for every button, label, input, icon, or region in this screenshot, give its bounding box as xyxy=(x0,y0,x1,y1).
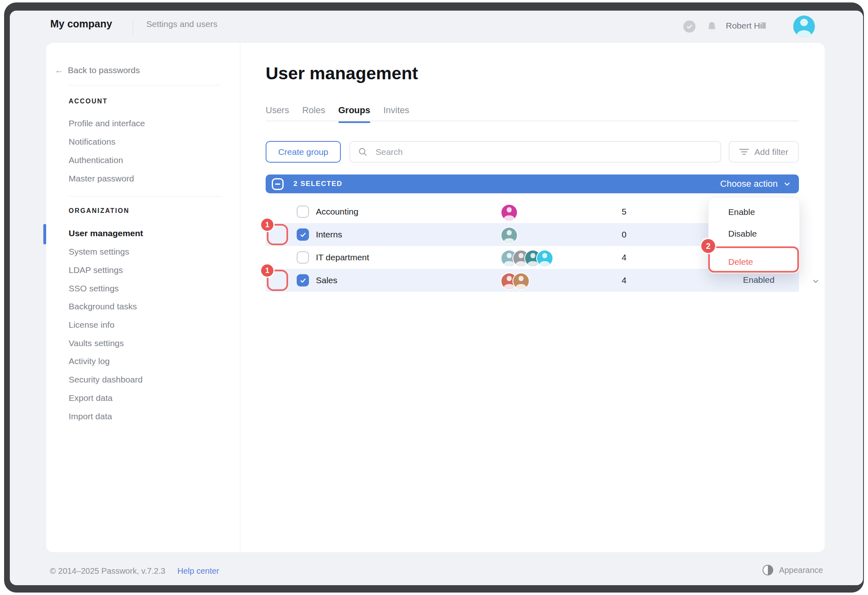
sidebar-item-notifications[interactable]: Notifications xyxy=(69,137,115,147)
action-menu: Enable Disable Delete xyxy=(708,197,800,273)
main-content: User management Users Roles Groups Invit… xyxy=(240,43,825,552)
sidebar-item-import-data[interactable]: Import data xyxy=(69,412,112,421)
group-name: Sales xyxy=(316,275,338,285)
annotation-badge-1: 1 xyxy=(261,219,273,231)
bell-icon[interactable] xyxy=(706,20,718,33)
tab-users[interactable]: Users xyxy=(266,105,289,122)
row-checkbox-checked[interactable] xyxy=(297,274,309,286)
checkmark-icon xyxy=(300,277,306,284)
sidebar-item-user-management[interactable]: User management xyxy=(69,228,143,238)
sidebar-item-master-password[interactable]: Master password xyxy=(69,174,134,183)
appearance-toggle[interactable]: Appearance xyxy=(763,565,823,575)
tab-invites[interactable]: Invites xyxy=(383,105,409,122)
menu-item-delete[interactable]: Delete xyxy=(728,257,753,267)
sidebar-item-profile-and-interface[interactable]: Profile and interface xyxy=(69,119,145,128)
appearance-label: Appearance xyxy=(779,566,823,575)
back-label: Back to passwords xyxy=(68,65,140,75)
member-count: 0 xyxy=(616,230,632,239)
search-input[interactable] xyxy=(349,141,721,163)
sidebar-item-export-data[interactable]: Export data xyxy=(69,393,112,403)
group-name: Accounting xyxy=(316,207,358,217)
annotation-badge-2: 2 xyxy=(701,239,715,253)
select-all-checkbox-indeterminate[interactable] xyxy=(272,178,284,190)
topbar-divider xyxy=(133,19,133,34)
add-filter-label: Add filter xyxy=(754,147,788,157)
sidebar-section-organization: ORGANIZATION xyxy=(69,207,130,215)
help-center-link[interactable]: Help center xyxy=(177,566,219,576)
active-item-indicator xyxy=(43,224,46,244)
chevron-down-icon xyxy=(812,277,819,285)
status-dropdown[interactable]: Enabled xyxy=(743,275,774,285)
member-avatar xyxy=(501,204,518,221)
copyright: © 2014–2025 Passwork, v.7.2.3 xyxy=(50,566,165,576)
app-window: My company Settings and users Robert Hil… xyxy=(10,11,863,585)
tabs-underline xyxy=(266,121,799,121)
choose-action-label: Choose action xyxy=(720,179,778,189)
sidebar-item-authentication[interactable]: Authentication xyxy=(69,155,123,165)
topbar-context: Settings and users xyxy=(146,19,217,29)
selected-count: 2 SELECTED xyxy=(293,180,342,188)
menu-item-enable[interactable]: Enable xyxy=(728,207,755,217)
member-count: 5 xyxy=(616,207,632,217)
sidebar-item-ldap-settings[interactable]: LDAP settings xyxy=(69,265,123,275)
arrow-left-icon: ← xyxy=(54,65,64,75)
member-avatar xyxy=(512,273,530,290)
sidebar-item-sso-settings[interactable]: SSO settings xyxy=(69,284,119,293)
sidebar-divider xyxy=(69,85,221,85)
sidebar-item-license-info[interactable]: License info xyxy=(69,320,114,330)
company-name: My company xyxy=(50,18,112,30)
user-avatar[interactable] xyxy=(793,16,815,37)
row-checkbox-checked[interactable] xyxy=(297,228,309,241)
chevron-down-icon xyxy=(783,180,791,188)
row-checkbox[interactable] xyxy=(297,251,309,264)
content-card: ←Back to passwords ACCOUNT Profile and i… xyxy=(46,43,825,552)
member-avatar xyxy=(536,250,553,267)
search-icon xyxy=(358,147,367,157)
create-group-button[interactable]: Create group xyxy=(266,141,341,163)
group-name: IT department xyxy=(316,253,369,262)
choose-action-button[interactable]: Choose action xyxy=(720,179,791,189)
sidebar-item-activity-log[interactable]: Activity log xyxy=(69,356,110,366)
sidebar-section-account: ACCOUNT xyxy=(69,98,107,105)
sidebar-item-security-dashboard[interactable]: Security dashboard xyxy=(69,375,143,385)
page-title: User management xyxy=(266,63,418,83)
group-avatars xyxy=(501,227,518,244)
member-count: 4 xyxy=(616,253,632,262)
member-count: 4 xyxy=(616,275,632,285)
user-name[interactable]: Robert Hill xyxy=(726,21,766,31)
sidebar-item-system-settings[interactable]: System settings xyxy=(69,247,129,257)
footer: © 2014–2025 Passwork, v.7.2.3 Help cente… xyxy=(10,552,863,585)
tab-roles[interactable]: Roles xyxy=(302,105,325,122)
sidebar-divider xyxy=(69,196,221,197)
annotation-badge-1: 1 xyxy=(261,264,273,277)
filter-icon xyxy=(739,149,749,155)
row-checkbox[interactable] xyxy=(297,206,309,218)
tab-groups[interactable]: Groups xyxy=(338,105,370,122)
sidebar: ←Back to passwords ACCOUNT Profile and i… xyxy=(46,43,240,552)
sidebar-item-background-tasks[interactable]: Background tasks xyxy=(69,302,137,311)
group-avatars xyxy=(501,204,518,221)
group-avatars xyxy=(501,273,530,290)
selection-bar: 2 SELECTED Choose action xyxy=(266,174,799,193)
checkmark-icon xyxy=(300,231,306,238)
sidebar-item-vaults-settings[interactable]: Vaults settings xyxy=(69,338,124,348)
search-field xyxy=(349,141,721,163)
contrast-icon xyxy=(763,565,773,575)
back-to-passwords-link[interactable]: ←Back to passwords xyxy=(54,65,140,76)
check-circle-icon[interactable] xyxy=(683,20,696,33)
add-filter-button[interactable]: Add filter xyxy=(729,141,799,163)
group-avatars xyxy=(501,250,553,267)
topbar: My company Settings and users Robert Hil… xyxy=(10,11,863,43)
tabs: Users Roles Groups Invites xyxy=(266,105,409,122)
menu-item-disable[interactable]: Disable xyxy=(728,229,757,239)
member-avatar xyxy=(501,227,518,244)
group-name: Interns xyxy=(316,230,342,239)
